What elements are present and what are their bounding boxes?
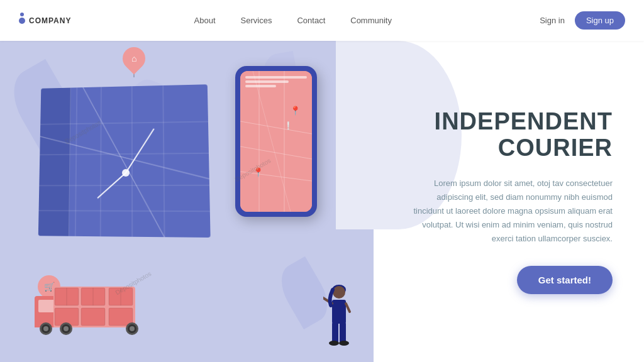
map-routes-svg xyxy=(38,84,211,238)
house-icon: ⌂ xyxy=(131,53,136,63)
nav-item-about[interactable]: About xyxy=(194,16,216,25)
navigation: About Services Contact Community xyxy=(109,16,477,25)
cta-area: Get started! xyxy=(411,266,613,294)
signup-button[interactable]: Sign up xyxy=(575,11,625,30)
truck-wheel-mid xyxy=(60,322,72,335)
truck-illustration xyxy=(35,283,148,340)
phone-pin-bottom: 📍 xyxy=(253,167,264,177)
get-started-button[interactable]: Get started! xyxy=(517,266,613,294)
svg-rect-29 xyxy=(332,300,346,324)
phone-bar-2 xyxy=(245,80,289,83)
svg-point-35 xyxy=(339,341,349,346)
right-panel: INDEPENDENT COURIER Lorem ipsum dolor si… xyxy=(374,41,644,362)
svg-line-1 xyxy=(101,87,101,236)
svg-line-8 xyxy=(82,85,165,237)
person-svg xyxy=(323,283,355,353)
truck-wheel-rear xyxy=(126,322,138,335)
phone-illustration: 📍 ❕ 📍 xyxy=(235,66,317,217)
nav-item-services[interactable]: Services xyxy=(241,16,272,25)
svg-line-4 xyxy=(40,122,208,124)
phone-screen: 📍 ❕ 📍 xyxy=(240,71,312,212)
logo-text: COMPANY xyxy=(29,16,71,25)
phone-bar-1 xyxy=(245,76,307,79)
nav-item-contact[interactable]: Contact xyxy=(297,16,325,25)
phone-map-svg xyxy=(240,71,312,212)
logo: COMPANY xyxy=(19,16,71,25)
hero-title: INDEPENDENT COURIER xyxy=(411,109,613,162)
header: COMPANY About Services Contact Community… xyxy=(0,0,644,41)
header-actions: Sign in Sign up xyxy=(540,11,625,30)
boxes-svg xyxy=(53,287,135,327)
main-content: ⌂ 🛒 xyxy=(0,41,644,362)
person-illustration xyxy=(323,283,345,346)
map-paper xyxy=(38,84,211,238)
house-pin-head: ⌂ xyxy=(118,43,150,75)
svg-line-0 xyxy=(75,87,77,236)
phone-pin-top: 📍 xyxy=(290,106,301,116)
map-pin-house: ⌂ xyxy=(123,47,145,77)
truck-wheel-front xyxy=(40,322,52,335)
logo-icon xyxy=(19,18,25,24)
phone-pin-exclaim: ❕ xyxy=(284,121,293,130)
svg-point-34 xyxy=(329,341,339,346)
map-illustration xyxy=(31,72,214,242)
svg-line-5 xyxy=(40,153,209,155)
svg-point-10 xyxy=(122,169,130,177)
signin-button[interactable]: Sign in xyxy=(540,16,565,25)
illustration-panel: ⌂ 🛒 xyxy=(0,41,374,362)
svg-rect-11 xyxy=(240,71,312,212)
phone-bar-3 xyxy=(245,85,276,87)
svg-point-28 xyxy=(333,286,345,299)
svg-line-2 xyxy=(132,86,133,237)
svg-line-31 xyxy=(346,304,350,312)
svg-rect-22 xyxy=(81,308,105,326)
hero-content: INDEPENDENT COURIER Lorem ipsum dolor si… xyxy=(411,109,613,294)
nav-item-community[interactable]: Community xyxy=(350,16,392,25)
hero-description: Lorem ipsum dolor sit amet, otoj tav con… xyxy=(411,177,613,246)
svg-line-3 xyxy=(163,85,164,237)
svg-line-7 xyxy=(39,211,210,211)
truck-body xyxy=(53,287,135,327)
phone-list-items xyxy=(245,76,307,87)
svg-rect-32 xyxy=(332,322,338,343)
svg-rect-33 xyxy=(340,322,346,343)
